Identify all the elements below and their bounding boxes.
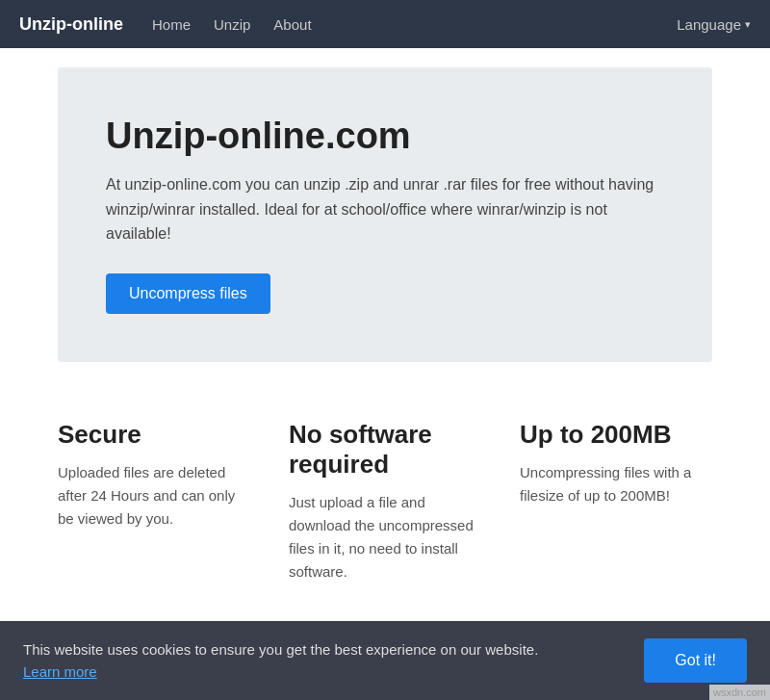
language-label: Language (677, 16, 741, 33)
got-it-button[interactable]: Got it! (644, 638, 747, 683)
language-selector[interactable]: Language ▾ (677, 16, 751, 33)
learn-more-link[interactable]: Learn more (23, 663, 97, 680)
feature-secure-description: Uploaded files are deleted after 24 Hour… (58, 461, 250, 531)
cookie-banner: This website uses cookies to ensure you … (0, 621, 770, 700)
feature-no-software-description: Just upload a file and download the unco… (289, 491, 481, 583)
nav-link-home[interactable]: Home (152, 16, 191, 33)
feature-no-software-title: No software required (289, 420, 481, 480)
feature-file-size-description: Uncompressing files with a filesize of u… (520, 461, 712, 507)
navbar: Unzip-online Home Unzip About Language ▾ (0, 0, 770, 48)
hero-description: At unzip-online.com you can unzip .zip a… (106, 172, 664, 246)
cookie-text-area: This website uses cookies to ensure you … (23, 641, 615, 681)
feature-secure-title: Secure (58, 420, 250, 450)
cookie-message: This website uses cookies to ensure you … (23, 641, 615, 658)
hero-title: Unzip-online.com (106, 116, 664, 157)
nav-link-about[interactable]: About (273, 16, 311, 33)
navbar-brand[interactable]: Unzip-online (19, 14, 123, 35)
uncompress-button[interactable]: Uncompress files (106, 273, 270, 314)
feature-no-software: No software required Just upload a file … (289, 420, 481, 583)
hero-section: Unzip-online.com At unzip-online.com you… (58, 67, 712, 362)
chevron-down-icon: ▾ (745, 18, 751, 31)
features-section: Secure Uploaded files are deleted after … (0, 381, 770, 622)
feature-file-size-title: Up to 200MB (520, 420, 712, 450)
watermark: wsxdn.com (709, 685, 770, 700)
feature-secure: Secure Uploaded files are deleted after … (58, 420, 250, 583)
nav-links: Home Unzip About (152, 16, 677, 33)
nav-link-unzip[interactable]: Unzip (214, 16, 250, 33)
feature-file-size: Up to 200MB Uncompressing files with a f… (520, 420, 712, 583)
